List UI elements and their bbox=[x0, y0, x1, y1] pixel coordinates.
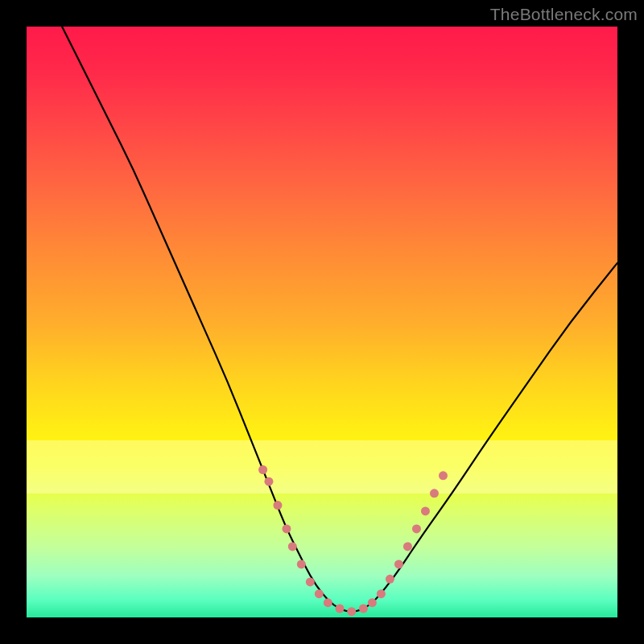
main-curve bbox=[62, 27, 617, 612]
marker-dot bbox=[394, 559, 403, 568]
marker-dot bbox=[336, 604, 345, 613]
marker-dot bbox=[347, 607, 356, 616]
marker-dot bbox=[258, 465, 267, 474]
outer-frame: TheBottleneck.com bbox=[0, 0, 644, 644]
marker-dot bbox=[439, 471, 448, 480]
marker-dot bbox=[264, 477, 273, 486]
marker-dot bbox=[421, 506, 430, 515]
marker-dot bbox=[315, 589, 324, 598]
marker-dot bbox=[359, 604, 368, 613]
marker-dot bbox=[386, 575, 394, 584]
marker-dot bbox=[403, 542, 412, 551]
marker-dot bbox=[306, 577, 315, 586]
plot-area bbox=[27, 27, 617, 617]
watermark-text: TheBottleneck.com bbox=[490, 5, 638, 24]
marker-dot bbox=[282, 524, 291, 533]
curve-layer bbox=[27, 27, 617, 617]
marker-dot bbox=[288, 542, 297, 551]
marker-dot bbox=[368, 598, 377, 607]
marker-dot bbox=[412, 524, 421, 533]
marker-dot bbox=[430, 489, 439, 497]
marker-dot bbox=[273, 501, 282, 510]
marker-dot bbox=[297, 559, 306, 568]
marker-dot bbox=[377, 589, 386, 598]
marker-dot bbox=[324, 598, 332, 607]
